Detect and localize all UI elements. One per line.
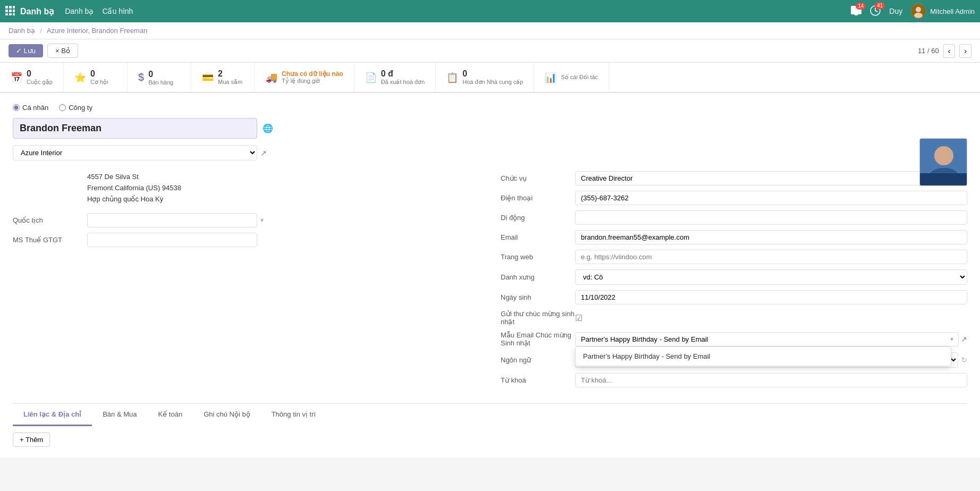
smart-btn-ledger[interactable]: 📊 Số cái Đối tác xyxy=(534,63,609,92)
ngay-sinh-label: Ngày sinh xyxy=(501,293,575,301)
messages-icon[interactable]: 14 xyxy=(851,6,861,17)
admin-name: Mitchell Admin xyxy=(930,7,975,15)
email-input[interactable] xyxy=(575,230,967,244)
svg-rect-0 xyxy=(5,6,8,9)
breadcrumb-parent[interactable]: Danh bạ xyxy=(9,27,35,35)
nav-link-contacts[interactable]: Danh bạ xyxy=(65,7,94,15)
svg-rect-5 xyxy=(13,10,15,12)
activities-icon[interactable]: 41 xyxy=(870,5,881,18)
email-label: Email xyxy=(501,233,575,241)
smart-btn-sales[interactable]: $ 0 Bán hàng xyxy=(128,63,191,92)
svg-rect-15 xyxy=(920,173,967,186)
birthday-checkbox[interactable]: ☑ xyxy=(575,313,582,323)
admin-user[interactable]: Mitchell Admin xyxy=(911,4,975,19)
navbar-right: 14 41 Duy Mitchell Admin xyxy=(851,4,975,19)
discard-button[interactable]: × Bỏ xyxy=(47,44,78,58)
danh-xung-row: Danh xưng vd: Cô Ông Bà Cô xyxy=(501,269,967,285)
di-dong-input[interactable] xyxy=(575,210,967,225)
radio-ca-nhan[interactable]: Cá nhân xyxy=(13,104,48,112)
quoc-tich-label: Quốc tịch xyxy=(13,216,87,224)
svg-rect-8 xyxy=(13,13,15,15)
type-selector: Cá nhân Công ty xyxy=(13,104,967,112)
next-record-button[interactable]: › xyxy=(959,44,971,58)
sales-count: 0 xyxy=(148,70,173,79)
smart-btn-ontime[interactable]: 🚚 Chưa có dữ liệu nào Tỷ lệ đúng giờ xyxy=(255,63,354,92)
star-icon: ⭐ xyxy=(74,72,86,83)
email-row: Email xyxy=(501,230,967,244)
action-bar: ✓ Lưu × Bỏ 11 / 60 ‹ › xyxy=(0,39,980,63)
trang-web-input[interactable] xyxy=(575,250,967,264)
smart-btn-meetings[interactable]: 📅 0 Cuộc gặp xyxy=(0,63,64,92)
ontime-info: Chưa có dữ liệu nào xyxy=(282,70,343,78)
nav-link-config[interactable]: Cấu hình xyxy=(102,7,133,15)
radio-input-ca-nhan[interactable] xyxy=(13,104,20,111)
prev-record-button[interactable]: ‹ xyxy=(943,44,956,58)
user-name[interactable]: Duy xyxy=(889,7,902,15)
smart-btn-opportunities[interactable]: ⭐ 0 Cơ hội xyxy=(64,63,128,92)
svg-rect-7 xyxy=(9,13,12,15)
smart-btn-purchases[interactable]: 💳 2 Mua sắm xyxy=(191,63,255,92)
truck-icon: 🚚 xyxy=(266,72,277,83)
tab-ban-mua[interactable]: Bán & Mua xyxy=(92,404,147,426)
ontime-label: Tỷ lệ đúng giờ xyxy=(282,78,343,84)
purchases-label: Mua sắm xyxy=(218,79,242,86)
dien-thoai-row: Điện thoại xyxy=(501,191,967,205)
address-line3: Hợp chủng quốc Hoa Kỳ xyxy=(87,193,479,205)
profile-photo[interactable] xyxy=(919,138,967,186)
mau-email-row: Mẫu Email Chúc mừng Sinh nhật ▼ ↗ Partne… xyxy=(501,331,967,347)
breadcrumb-current: Azure Interior, Brandon Freeman xyxy=(47,27,147,35)
navbar-links: Danh bạ Cấu hình xyxy=(65,7,133,15)
address-line2: Fremont California (US) 94538 xyxy=(87,182,479,193)
chuc-vu-label: Chức vụ xyxy=(501,174,575,182)
dien-thoai-input[interactable] xyxy=(575,191,967,205)
invoiced-label: Đã xuất hoá đơn xyxy=(381,79,425,86)
radio-input-cong-ty[interactable] xyxy=(59,104,66,111)
meetings-count: 0 xyxy=(27,69,53,79)
mau-email-dropdown-popup: Partner's Happy Birthday - Send by Email xyxy=(575,346,951,366)
breadcrumb-sep: / xyxy=(40,27,43,35)
tab-lien-lac[interactable]: Liên lạc & Địa chỉ xyxy=(13,404,92,426)
grid-icon[interactable] xyxy=(5,6,15,17)
di-dong-row: Di động xyxy=(501,210,967,225)
dien-thoai-label: Điện thoại xyxy=(501,194,575,202)
name-input[interactable] xyxy=(13,118,257,139)
opportunities-label: Cơ hội xyxy=(90,79,108,86)
ms-thue-row: MS Thuế GTGT xyxy=(13,233,479,247)
mau-email-external-link-icon[interactable]: ↗ xyxy=(961,335,967,343)
radio-cong-ty[interactable]: Công ty xyxy=(59,104,92,112)
mau-email-input[interactable] xyxy=(575,332,959,346)
app-name: Danh bạ xyxy=(20,6,54,16)
mau-email-dropdown-arrow[interactable]: ▼ xyxy=(949,336,954,342)
cong-ty-label: Công ty xyxy=(69,104,92,112)
tab-ghi-chu[interactable]: Ghi chú Nội bộ xyxy=(193,404,261,426)
save-button[interactable]: ✓ Lưu xyxy=(9,44,43,57)
smart-btn-vendor-invoice[interactable]: 📋 0 Hoá đơn Nhà cung cấp xyxy=(436,63,534,92)
dropdown-option-birthday[interactable]: Partner's Happy Birthday - Send by Email xyxy=(576,347,951,366)
smart-btn-invoiced[interactable]: 📄 0 đ Đã xuất hoá đơn xyxy=(354,63,436,92)
globe-icon[interactable]: 🌐 xyxy=(263,123,273,133)
ngon-ngu-refresh-icon[interactable]: ↻ xyxy=(961,356,967,364)
sales-label: Bán hàng xyxy=(148,79,173,86)
ngay-sinh-input[interactable] xyxy=(575,290,967,304)
danh-xung-label: Danh xưng xyxy=(501,273,575,281)
trang-web-label: Trang web xyxy=(501,253,575,261)
ms-thue-input[interactable] xyxy=(87,233,257,247)
gui-thu-label: Gửi thư chúc mừng sinh nhật xyxy=(501,310,575,326)
add-button[interactable]: + Thêm xyxy=(13,433,50,447)
tab-thong-tin-vi-tri[interactable]: Thông tin vị trí xyxy=(261,404,326,426)
profile-photo-image xyxy=(920,139,967,186)
tab-ke-toan[interactable]: Kế toán xyxy=(148,404,193,426)
quoc-tich-input[interactable] xyxy=(87,213,257,227)
mau-email-label: Mẫu Email Chúc mừng Sinh nhật xyxy=(501,331,575,347)
vendor-label: Hoá đơn Nhà cung cấp xyxy=(462,79,523,86)
danh-xung-select[interactable]: vd: Cô Ông Bà Cô xyxy=(575,269,967,285)
svg-point-11 xyxy=(916,7,921,12)
company-external-link-icon[interactable]: ↗ xyxy=(260,149,267,157)
address-block: 4557 De Silva St Fremont California (US)… xyxy=(87,171,479,205)
svg-point-14 xyxy=(934,146,953,165)
tu-khoa-input[interactable] xyxy=(575,373,967,387)
chuc-vu-input[interactable] xyxy=(575,171,967,185)
invoice-icon: 📄 xyxy=(365,72,377,83)
pagination-info: 11 / 60 xyxy=(918,47,939,55)
company-select[interactable]: Azure Interior xyxy=(13,145,257,160)
